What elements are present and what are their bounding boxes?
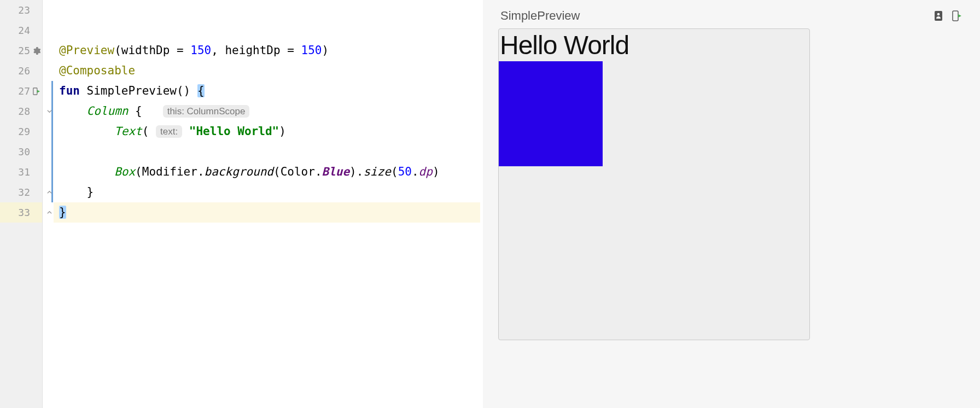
call-size: size	[363, 165, 391, 178]
line-number-gutter[interactable]: 23 24 25 26 27 28 29 30 31 32 33	[0, 0, 43, 408]
keyword-fun: fun	[59, 84, 80, 97]
brace-close: }	[87, 185, 94, 199]
preview-blue-box	[499, 61, 603, 166]
gutter-line-25[interactable]: 25	[0, 40, 42, 61]
interactive-preview-icon[interactable]	[933, 10, 944, 22]
inline-hint: this: ColumnScope	[163, 105, 250, 118]
fold-column	[43, 0, 54, 408]
svg-point-2	[937, 13, 940, 16]
brace-open: {	[197, 84, 205, 97]
gutter-line-26[interactable]: 26	[0, 61, 42, 81]
string-literal: "Hello World"	[189, 125, 279, 138]
fold-toggle-icon[interactable]	[46, 108, 52, 115]
line-number: 23	[18, 4, 30, 16]
inline-hint: text:	[156, 125, 182, 138]
deploy-preview-icon[interactable]	[952, 10, 962, 22]
run-gutter-icon[interactable]	[32, 87, 41, 96]
brace: {	[128, 104, 142, 118]
line-number: 24	[18, 25, 30, 36]
code-line-28[interactable]: Column { this: ColumnScope	[54, 101, 480, 121]
svg-rect-1	[935, 11, 942, 21]
call-column: Column	[87, 104, 129, 118]
call-box: Box	[114, 165, 135, 178]
gutter-line-29[interactable]: 29	[0, 121, 42, 142]
function-name: SimplePreview()	[80, 84, 197, 97]
line-number: 33	[18, 207, 30, 218]
code-line-26[interactable]: @Composable	[54, 61, 480, 81]
number-literal: 50	[398, 165, 412, 178]
brace-close: }	[59, 206, 66, 219]
preview-actions	[933, 10, 962, 22]
gutter-line-27[interactable]: 27	[0, 81, 42, 101]
preview-title: SimplePreview	[500, 9, 580, 23]
code-line-25[interactable]: @Preview(widthDp = 150, heightDp = 150)	[54, 40, 480, 61]
change-marker	[51, 81, 53, 101]
code-line-29[interactable]: Text( text: "Hello World")	[54, 121, 480, 142]
gutter-line-32[interactable]: 32	[0, 182, 42, 202]
line-number: 32	[18, 186, 30, 198]
line-number: 30	[18, 146, 30, 158]
change-marker	[51, 121, 53, 142]
change-marker	[51, 142, 53, 162]
compose-preview-pane: SimplePreview Hello World	[483, 0, 980, 408]
code-line-32[interactable]: }	[54, 182, 480, 202]
code-line-23[interactable]	[54, 0, 480, 20]
line-number: 25	[18, 45, 30, 56]
gutter-line-33[interactable]: 33	[0, 202, 42, 223]
code-text-area[interactable]: @Preview(widthDp = 150, heightDp = 150) …	[54, 0, 480, 408]
arg-value: 150	[190, 44, 211, 57]
call-background: background	[205, 165, 273, 178]
annotation-composable: @Composable	[59, 64, 135, 77]
code-line-27[interactable]: fun SimplePreview() {	[54, 81, 480, 101]
line-number: 28	[18, 106, 30, 117]
class-color: Color	[281, 165, 315, 178]
preview-canvas[interactable]: Hello World	[498, 28, 810, 340]
arg-label: widthDp =	[121, 44, 190, 57]
line-number: 31	[18, 166, 30, 178]
annotation-preview: @Preview	[59, 44, 114, 57]
class-modifier: Modifier	[142, 165, 197, 178]
gutter-line-23[interactable]: 23	[0, 0, 42, 20]
code-line-33[interactable]: }	[54, 202, 480, 223]
line-number: 29	[18, 126, 30, 137]
line-number: 27	[18, 85, 30, 97]
line-number: 26	[18, 65, 30, 77]
gear-icon[interactable]	[32, 46, 41, 55]
preview-text-hello: Hello World	[499, 29, 809, 60]
code-line-31[interactable]: Box(Modifier.background(Color.Blue).size…	[54, 162, 480, 182]
gutter-line-31[interactable]: 31	[0, 162, 42, 182]
code-editor-pane: 23 24 25 26 27 28 29 30 31 32 33 @Previe…	[0, 0, 480, 408]
code-line-30[interactable]	[54, 142, 480, 162]
gutter-line-28[interactable]: 28	[0, 101, 42, 121]
change-marker	[51, 162, 53, 182]
fold-toggle-icon[interactable]	[46, 209, 52, 216]
member-blue: Blue	[322, 165, 350, 178]
preview-header: SimplePreview	[498, 9, 965, 23]
gutter-line-30[interactable]: 30	[0, 142, 42, 162]
fold-toggle-icon[interactable]	[46, 189, 52, 196]
arg-value: 150	[301, 44, 322, 57]
call-text: Text	[114, 125, 142, 138]
gutter-line-24[interactable]: 24	[0, 20, 42, 40]
code-line-24[interactable]	[54, 20, 480, 40]
member-dp: dp	[419, 165, 433, 178]
svg-rect-0	[33, 88, 37, 94]
svg-rect-3	[953, 11, 958, 21]
arg-label: , heightDp =	[211, 44, 301, 57]
